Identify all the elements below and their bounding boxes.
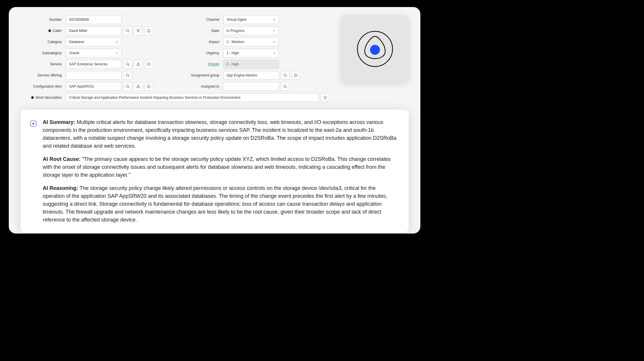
ci-lookup-button[interactable] bbox=[123, 82, 132, 91]
info-icon bbox=[147, 84, 151, 88]
label-channel: Channel bbox=[178, 18, 223, 22]
impact-select[interactable] bbox=[223, 38, 279, 46]
svg-point-31 bbox=[149, 86, 149, 86]
service-info-button[interactable] bbox=[144, 60, 153, 69]
svg-point-19 bbox=[149, 63, 149, 64]
svg-point-4 bbox=[138, 31, 138, 32]
row-assigned-to: Assigned to bbox=[178, 82, 330, 91]
urgency-select[interactable] bbox=[223, 49, 279, 57]
form-area: Number ✱ Caller bbox=[20, 15, 409, 102]
ai-sparkle-icon bbox=[29, 120, 37, 224]
state-select[interactable] bbox=[223, 26, 279, 35]
row-service: Service bbox=[20, 60, 172, 69]
row-impact: Impact bbox=[178, 38, 330, 46]
row-short-description: ✱ Short description bbox=[20, 93, 330, 102]
assignment-group-lookup-button[interactable] bbox=[281, 71, 290, 80]
label-service: Service bbox=[20, 62, 66, 66]
main-card: Number ✱ Caller bbox=[9, 7, 420, 234]
svg-point-25 bbox=[137, 87, 137, 88]
search-icon bbox=[126, 29, 130, 33]
subcategory-select[interactable] bbox=[66, 49, 121, 57]
search-icon bbox=[283, 73, 287, 77]
row-subcategory: Subcategory bbox=[20, 49, 172, 57]
row-configuration-item: Configuration item bbox=[20, 82, 172, 91]
ci-tree-button[interactable] bbox=[134, 82, 143, 91]
svg-point-13 bbox=[137, 65, 137, 66]
svg-point-22 bbox=[126, 85, 129, 87]
brand-logo-card bbox=[341, 15, 409, 83]
caller-related-button[interactable] bbox=[134, 26, 143, 35]
required-icon: ✱ bbox=[48, 28, 52, 33]
tree-icon bbox=[136, 84, 140, 88]
svg-point-24 bbox=[138, 85, 138, 86]
service-input[interactable] bbox=[66, 60, 121, 69]
svg-point-0 bbox=[126, 29, 129, 32]
tree-icon bbox=[136, 62, 140, 66]
svg-point-37 bbox=[284, 85, 286, 87]
service-tree-button[interactable] bbox=[134, 60, 143, 69]
svg-point-10 bbox=[126, 63, 129, 65]
search-icon bbox=[126, 62, 130, 66]
ai-rootcause-block: AI Root Cause: "The primary cause appear… bbox=[43, 155, 397, 179]
brand-logo-icon bbox=[356, 30, 394, 68]
ai-rootcause-label: AI Root Cause: bbox=[43, 156, 80, 162]
label-service-offering: Service offering bbox=[20, 73, 66, 77]
svg-line-5 bbox=[137, 30, 138, 31]
short-description-suggest-button[interactable] bbox=[321, 93, 330, 102]
ai-body: AI Summary: Multiple critical alerts for… bbox=[43, 118, 397, 224]
row-urgency: Urgency bbox=[178, 49, 330, 57]
label-caller: ✱ Caller bbox=[20, 28, 66, 33]
form-right-column: Channel State Impact Urgency Priority bbox=[178, 15, 330, 93]
row-caller: ✱ Caller bbox=[20, 26, 172, 35]
info-icon bbox=[147, 29, 151, 33]
assignment-group-input[interactable] bbox=[223, 71, 279, 80]
svg-line-33 bbox=[286, 76, 287, 77]
label-priority[interactable]: Priority bbox=[178, 62, 223, 66]
svg-point-9 bbox=[149, 30, 149, 30]
form-left-column: Number ✱ Caller bbox=[20, 15, 172, 93]
assigned-to-input[interactable] bbox=[223, 82, 279, 91]
short-description-input[interactable] bbox=[66, 93, 319, 102]
info-icon bbox=[294, 73, 298, 77]
row-assignment-group: Assignment group bbox=[178, 71, 330, 80]
configuration-item-input[interactable] bbox=[66, 82, 121, 91]
row-priority: Priority 2 - High bbox=[178, 60, 330, 69]
ai-rootcause-text: "The primary cause appears to be the sto… bbox=[43, 156, 391, 178]
channel-select[interactable] bbox=[223, 15, 279, 24]
svg-line-15 bbox=[137, 63, 138, 65]
svg-point-26 bbox=[139, 87, 139, 88]
ai-reasoning-text: The storage security policy change likel… bbox=[43, 185, 387, 223]
category-select[interactable] bbox=[66, 38, 121, 46]
svg-line-11 bbox=[128, 65, 129, 66]
number-input[interactable] bbox=[66, 15, 121, 24]
svg-point-36 bbox=[296, 74, 296, 75]
svg-line-1 bbox=[128, 31, 129, 33]
svg-line-28 bbox=[138, 86, 139, 87]
label-assigned-to: Assigned to bbox=[178, 84, 223, 88]
ai-summary-label: AI Summary: bbox=[43, 119, 75, 125]
form-columns: Number ✱ Caller bbox=[20, 15, 330, 93]
svg-line-21 bbox=[128, 76, 129, 77]
assigned-to-lookup-button[interactable] bbox=[281, 82, 290, 91]
row-service-offering: Service offering bbox=[20, 71, 172, 80]
service-lookup-button[interactable] bbox=[123, 60, 132, 69]
priority-field: 2 - High bbox=[223, 60, 279, 69]
caller-lookup-button[interactable] bbox=[123, 26, 132, 35]
search-icon bbox=[126, 73, 130, 77]
service-offering-lookup-button[interactable] bbox=[123, 71, 132, 80]
svg-line-6 bbox=[138, 30, 139, 31]
search-icon bbox=[283, 84, 287, 88]
caller-info-button[interactable] bbox=[144, 26, 153, 35]
label-urgency: Urgency bbox=[178, 51, 223, 55]
caller-input[interactable] bbox=[66, 26, 121, 35]
label-impact: Impact bbox=[178, 40, 223, 44]
label-short-description: ✱ Short description bbox=[20, 95, 66, 100]
related-icon bbox=[136, 29, 140, 33]
service-offering-input[interactable] bbox=[66, 71, 121, 80]
label-category: Category bbox=[20, 40, 66, 44]
svg-point-40 bbox=[370, 45, 380, 55]
ci-info-button[interactable] bbox=[144, 82, 153, 91]
required-icon: ✱ bbox=[31, 95, 34, 100]
svg-point-12 bbox=[138, 63, 138, 63]
assignment-group-info-button[interactable] bbox=[291, 71, 300, 80]
